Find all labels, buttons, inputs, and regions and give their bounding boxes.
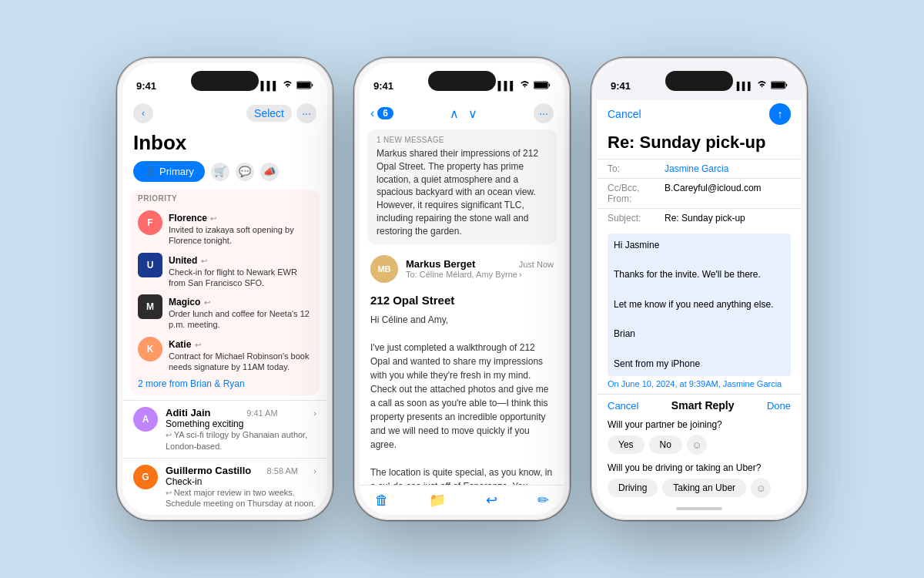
inbox-screen: ‹ Select ··· Inbox 👤 Primary 🛒	[122, 100, 327, 515]
battery-icon-3	[771, 81, 788, 91]
nav-arrows: ∧ ∨	[450, 106, 477, 121]
subject-field: Subject: Re: Sunday pick-up	[597, 208, 802, 227]
email-detail-screen: ‹ 6 ∧ ∨ ··· 1 NEW MESSAGE Markus shared …	[360, 100, 564, 515]
tab-megaphone[interactable]: 📣	[260, 163, 279, 181]
compose-nav: Cancel ↑	[597, 100, 802, 131]
tab-cart[interactable]: 🛒	[211, 163, 229, 181]
email-nav: ‹ 6 ∧ ∨ ···	[360, 100, 564, 129]
snippet-magico: Order lunch and coffee for Neeta's 12 p.…	[169, 308, 312, 331]
back-button-1[interactable]: ‹	[133, 103, 153, 123]
reply-icon-florence: ↩	[210, 214, 216, 223]
subject-label: Subject:	[608, 213, 661, 223]
folder-icon[interactable]: 📁	[429, 492, 446, 509]
option-more-icon-2[interactable]: ☺	[751, 478, 771, 498]
snippet-united: Check-in for flight to Newark EWR from S…	[169, 267, 312, 289]
phone-1: 9:41 ▌▌▌ ‹ S	[117, 58, 333, 520]
option-driving[interactable]: Driving	[608, 479, 658, 497]
svg-rect-5	[772, 82, 785, 88]
sender-time: Just Now	[519, 260, 554, 269]
option-more-icon-1[interactable]: ☺	[687, 435, 707, 455]
priority-item-florence[interactable]: F Florence ↩ Invited to izakaya soft ope…	[138, 207, 312, 250]
name-united: United	[169, 255, 197, 266]
row-snippet-aditi: ↩ YA sci-fi trilogy by Ghanaian author, …	[166, 429, 316, 452]
nav-badge: 6	[377, 107, 393, 119]
avatar-florence: F	[138, 210, 162, 235]
status-time-3: 9:41	[611, 80, 631, 92]
wifi-icon-2	[520, 81, 530, 90]
smart-options-1: Yes No ☺	[597, 435, 802, 459]
row-name-guillermo: Guillermo Castillo	[166, 465, 251, 476]
smart-done-button[interactable]: Done	[767, 400, 791, 412]
compose-body[interactable]: Hi Jasmine Thanks for the invite. We'll …	[597, 227, 802, 394]
person-icon: 👤	[144, 166, 156, 177]
inbox-tabs: 👤 Primary 🛒 💬 📣	[122, 161, 327, 190]
more-button-2[interactable]: ···	[534, 103, 554, 123]
more-button-1[interactable]: ···	[296, 103, 316, 123]
dynamic-island-1	[191, 71, 259, 91]
from-value: B.Careyful@icloud.com	[665, 183, 791, 193]
status-icons-3: ▌▌▌	[737, 81, 788, 91]
select-button[interactable]: Select	[246, 105, 292, 122]
dynamic-island-2	[428, 71, 496, 91]
status-time-2: 9:41	[373, 80, 393, 92]
priority-section: PRIORITY F Florence ↩ Invited to izakaya…	[130, 190, 320, 395]
smart-cancel-button[interactable]: Cancel	[608, 400, 638, 412]
priority-item-katie[interactable]: K Katie ↩ Contract for Michael Robinson'…	[138, 334, 312, 376]
to-value[interactable]: Jasmine Garcia	[665, 163, 791, 174]
smart-reply-bar: Cancel Smart Reply Done	[597, 394, 802, 416]
name-magico: Magico	[169, 297, 200, 307]
nav-up-arrow[interactable]: ∧	[450, 106, 459, 121]
compose-screen: Cancel ↑ Re: Sunday pick-up To: Jasmine …	[597, 100, 802, 515]
status-icons-2: ▌▌▌	[498, 81, 551, 91]
phones-container: 9:41 ▌▌▌ ‹ S	[117, 58, 807, 520]
svg-rect-3	[534, 82, 547, 88]
smart-question-1: Will your partner be joining?	[597, 416, 802, 435]
smart-options-2: Driving Taking an Uber ☺	[597, 478, 802, 502]
more-from-link[interactable]: 2 more from Brian & Ryan	[138, 375, 312, 391]
home-indicator-3	[676, 507, 722, 510]
email-body-text: Hi Céline and Amy, I've just completed a…	[370, 313, 554, 485]
priority-item-magico[interactable]: M Magico ↩ Order lunch and coffee for Ne…	[138, 291, 312, 334]
option-uber[interactable]: Taking an Uber	[662, 479, 746, 497]
option-yes[interactable]: Yes	[608, 435, 644, 454]
tab-chat[interactable]: 💬	[236, 163, 254, 181]
new-message-preview: 1 NEW MESSAGE Markus shared their impres…	[367, 129, 557, 244]
tab-primary[interactable]: 👤 Primary	[133, 161, 205, 182]
compose-body-text: Hi Jasmine Thanks for the invite. We'll …	[608, 234, 791, 376]
avatar-aditi: A	[133, 407, 158, 432]
priority-label: PRIORITY	[138, 194, 312, 203]
row-subject-aditi: Something exciting	[166, 418, 316, 429]
compose-icon-2[interactable]: ✏	[537, 492, 549, 509]
signal-icon-2: ▌▌▌	[498, 81, 516, 90]
new-message-label: 1 NEW MESSAGE	[377, 136, 547, 144]
wifi-icon-3	[757, 81, 767, 90]
compose-subject: Re: Sunday pick-up	[597, 131, 802, 159]
inbox-row-guillermo[interactable]: G Guillermo Castillo 8:58 AM › Check-in …	[122, 458, 327, 515]
to-label: To:	[608, 163, 661, 174]
option-no[interactable]: No	[649, 435, 682, 454]
reply-icon-katie: ↩	[195, 341, 201, 349]
subject-value: Re: Sunday pick-up	[665, 213, 791, 223]
status-icons-1: ▌▌▌	[261, 81, 313, 91]
inbox-row-aditi[interactable]: A Aditi Jain 9:41 AM › Something excitin…	[122, 400, 327, 458]
to-field: To: Jasmine Garcia	[597, 159, 802, 178]
inbox-nav: ‹ Select ···	[122, 100, 327, 129]
status-time-1: 9:41	[136, 80, 156, 92]
trash-icon[interactable]: 🗑	[375, 492, 389, 509]
back-arrow-2[interactable]: ‹	[370, 106, 374, 120]
snippet-katie: Contract for Michael Robinson's book nee…	[169, 351, 312, 373]
reply-icon-united: ↩	[201, 257, 207, 265]
avatar-united: U	[138, 253, 162, 277]
send-button[interactable]: ↑	[769, 103, 791, 125]
priority-item-united[interactable]: U United ↩ Check-in for flight to Newark…	[138, 250, 312, 292]
battery-icon-2	[534, 81, 551, 91]
row-name-aditi: Aditi Jain	[166, 407, 211, 418]
email-subject: 212 Opal Street	[370, 294, 554, 307]
nav-down-arrow[interactable]: ∨	[468, 106, 477, 121]
avatar-katie: K	[138, 337, 162, 361]
cancel-button-compose[interactable]: Cancel	[608, 108, 641, 120]
battery-icon-1	[296, 81, 313, 91]
reply-icon[interactable]: ↩	[486, 492, 497, 509]
email-body: 212 Opal Street Hi Céline and Amy, I've …	[360, 287, 564, 485]
quoted-text: On June 10, 2024, at 9:39AM, Jasmine Gar…	[608, 379, 791, 388]
